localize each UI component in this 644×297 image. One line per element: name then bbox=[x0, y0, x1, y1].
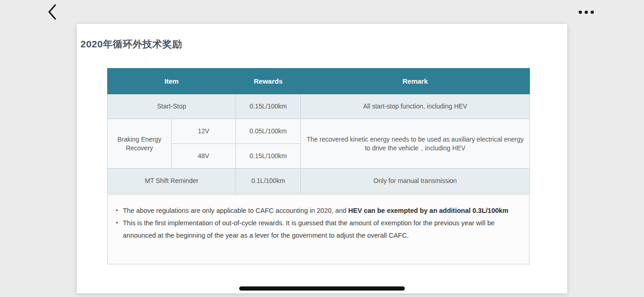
cell-item: Braking Energy Recovery bbox=[108, 119, 172, 169]
cell-remark: All start-stop function, including HEV bbox=[301, 94, 530, 119]
cell-item: Start-Stop bbox=[108, 94, 236, 119]
ellipsis-icon bbox=[579, 11, 582, 14]
column-header-item: Item bbox=[108, 69, 236, 94]
ellipsis-icon bbox=[591, 11, 594, 14]
cell-reward: 0.15L/100km bbox=[236, 94, 301, 119]
notes-box: • The above regulations are only applica… bbox=[107, 194, 529, 264]
table-header-row: Item Rewards Remark bbox=[108, 69, 530, 94]
more-options-button[interactable] bbox=[575, 6, 597, 18]
rewards-table: Item Rewards Remark Start-Stop 0.15L/100… bbox=[107, 68, 529, 194]
column-header-remark: Remark bbox=[301, 69, 530, 94]
cell-variant: 48V bbox=[172, 144, 236, 169]
back-button[interactable] bbox=[44, 3, 61, 22]
note-text: The above regulations are only applicabl… bbox=[123, 205, 521, 217]
note-text-normal: The above regulations are only applicabl… bbox=[123, 207, 348, 214]
table-row-braking-12v: Braking Energy Recovery 12V 0.05L/100km … bbox=[108, 119, 530, 144]
table-row-mt-shift: MT Shift Reminder 0.1L/100km Only for ma… bbox=[108, 169, 530, 194]
cell-variant: 12V bbox=[172, 119, 236, 144]
note-text-bold: HEV can be exempted by an additional 0.3… bbox=[348, 207, 508, 214]
note-text: This is the first implementation of out-… bbox=[123, 217, 521, 242]
list-item: • This is the first implementation of ou… bbox=[114, 217, 521, 242]
page-title: 2020年循环外技术奖励 bbox=[80, 38, 182, 51]
slide-card: 2020年循环外技术奖励 Item Rewards Remark Start-S… bbox=[77, 24, 567, 293]
chevron-left-icon bbox=[46, 4, 58, 22]
cell-remark: The recovered kinetic energy needs to be… bbox=[301, 119, 530, 169]
cell-reward: 0.1L/100km bbox=[236, 169, 301, 194]
ellipsis-icon bbox=[585, 11, 588, 14]
home-indicator-bar[interactable] bbox=[239, 286, 405, 291]
bullet-icon: • bbox=[114, 205, 123, 217]
column-header-rewards: Rewards bbox=[236, 69, 301, 94]
table-row-start-stop: Start-Stop 0.15L/100km All start-stop fu… bbox=[108, 94, 530, 119]
bullet-icon: • bbox=[114, 217, 123, 229]
cell-item: MT Shift Reminder bbox=[108, 169, 236, 194]
list-item: • The above regulations are only applica… bbox=[114, 205, 521, 217]
cell-remark: Only for manual transmission bbox=[301, 169, 530, 194]
document-viewer-page: 2020年循环外技术奖励 Item Rewards Remark Start-S… bbox=[0, 0, 644, 297]
cell-reward: 0.05L/100km bbox=[236, 119, 301, 144]
cell-reward: 0.15L/100km bbox=[236, 144, 301, 169]
